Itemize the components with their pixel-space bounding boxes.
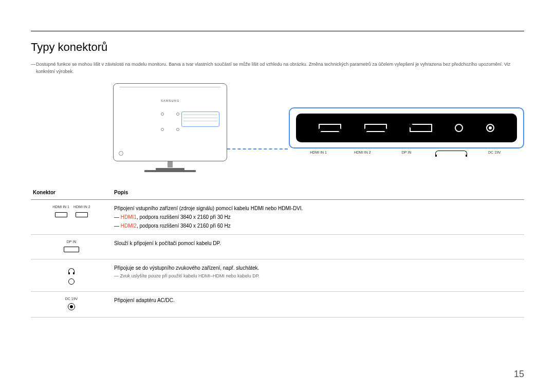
label-headphone	[435, 151, 466, 156]
manual-page: Typy konektorů ―Dostupné funkce se mohou…	[0, 0, 555, 392]
hdmi2-label: HDMI2	[121, 223, 137, 229]
top-note: ―Dostupné funkce se mohou lišit v závisl…	[31, 61, 524, 75]
dc-port-icon	[486, 124, 494, 132]
desc-subnote: ― Zvuk uslyšíte pouze při použití kabelu…	[114, 272, 522, 280]
cell-connector	[31, 259, 112, 291]
hdmi1-label: HDMI1	[121, 214, 137, 220]
col-description: Popis	[112, 185, 524, 200]
headphone-icon	[435, 151, 467, 155]
ports-strip	[296, 114, 517, 142]
cell-description: Slouží k připojení k počítači pomocí kab…	[112, 235, 524, 259]
mini-label: DC 19V	[33, 296, 110, 302]
headphone-icon	[68, 268, 75, 273]
page-number: 15	[514, 369, 524, 380]
dp-port-icon	[64, 247, 79, 252]
cell-description: Připojení vstupního zařízení (zdroje sig…	[112, 200, 524, 235]
cell-connector: DC 19V	[31, 291, 112, 317]
hdmi-port-icon	[319, 124, 341, 132]
label-dp: DP IN	[391, 151, 422, 156]
dp-port-icon	[410, 124, 432, 132]
cell-description: Připojuje se do výstupního zvukového zař…	[112, 259, 524, 291]
desc-line: ― HDMI2, podpora rozlišení 3840 x 2160 p…	[114, 221, 522, 230]
top-note-text: Dostupné funkce se mohou lišit v závislo…	[36, 62, 510, 74]
col-connector: Konektor	[31, 185, 112, 200]
port-panel-highlight	[181, 111, 219, 127]
monitor-logo: SAMSUNG	[161, 99, 179, 102]
desc-line: Připojení vstupního zařízení (zdroje sig…	[114, 204, 522, 213]
hdmi-port-icon	[55, 212, 67, 217]
hdmi1-rest: , podpora rozlišení 3840 x 2160 při 30 H…	[137, 214, 231, 220]
hdmi2-rest: , podpora rozlišení 3840 x 2160 při 60 H…	[137, 223, 231, 229]
desc-line: Připojuje se do výstupního zvukového zař…	[114, 264, 522, 272]
divider	[31, 31, 524, 31]
table-row: HDMI IN 1 HDMI IN 2 Připojení vstupního …	[31, 200, 524, 235]
stand-column	[168, 161, 173, 167]
desc-line: ― HDMI1, podpora rozlišení 3840 x 2160 p…	[114, 213, 522, 221]
ports-labels: HDMI IN 1 HDMI IN 2 DP IN DC 19V	[290, 151, 523, 156]
audio-jack-icon	[455, 124, 463, 132]
audio-jack-icon	[68, 278, 75, 285]
hdmi-port-icon	[364, 124, 387, 132]
figure: SAMSUNG HDMI IN 1	[113, 83, 524, 172]
lock-hole	[119, 151, 123, 156]
table-row: DC 19V Připojení adaptéru AC/DC.	[31, 291, 524, 317]
note-dash: ―	[31, 61, 35, 68]
stand-base	[144, 170, 196, 172]
table-row: Připojuje se do výstupního zvukového zař…	[31, 259, 524, 291]
cell-description: Připojení adaptéru AC/DC.	[112, 291, 524, 317]
label-hdmi2: HDMI IN 2	[347, 151, 378, 156]
mini-label: DP IN	[33, 239, 110, 245]
hdmi-port-icon	[76, 212, 88, 217]
ports-zoom: HDMI IN 1 HDMI IN 2 DP IN DC 19V	[289, 107, 524, 148]
monitor-diagram: SAMSUNG	[113, 83, 227, 172]
cell-connector: DP IN	[31, 235, 112, 259]
dc-port-icon	[68, 303, 75, 310]
connectors-table: Konektor Popis HDMI IN 1 HDMI IN 2 Připo…	[31, 185, 524, 318]
figure-wrap: SAMSUNG HDMI IN 1	[31, 83, 524, 172]
mini-label: HDMI IN 1	[52, 204, 69, 210]
subnote-text: Zvuk uslyšíte pouze při použití kabelu H…	[120, 273, 260, 278]
mini-label: HDMI IN 2	[73, 204, 90, 210]
label-dc: DC 19V	[479, 151, 510, 156]
section-title: Typy konektorů	[31, 41, 524, 54]
table-row: DP IN Slouží k připojení k počítači pomo…	[31, 235, 524, 259]
vent	[120, 87, 220, 89]
label-hdmi1: HDMI IN 1	[303, 151, 334, 156]
cell-connector: HDMI IN 1 HDMI IN 2	[31, 200, 112, 235]
monitor-back-icon: SAMSUNG	[113, 83, 227, 161]
vesa-screws	[161, 113, 179, 131]
